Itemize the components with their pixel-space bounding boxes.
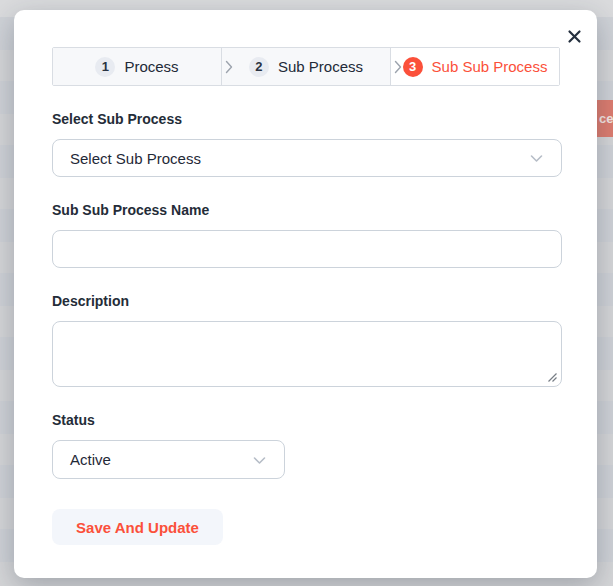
step-number-badge: 2: [249, 57, 269, 77]
sub-process-label: Select Sub Process: [52, 111, 562, 128]
description-label: Description: [52, 293, 562, 310]
sub-process-select[interactable]: Select Sub Process: [52, 139, 562, 177]
close-icon: [567, 29, 582, 44]
step-process[interactable]: 1 Process: [53, 48, 221, 85]
step-number-badge: 3: [403, 57, 423, 77]
background-partial-button: ce: [597, 100, 613, 137]
chevron-right-icon: [394, 60, 402, 74]
step-label: Sub Sub Process: [432, 58, 548, 75]
step-sub-process[interactable]: 2 Sub Process: [221, 48, 390, 85]
wizard-stepper: 1 Process 2 Sub Process 3 Sub Sub Proces…: [52, 47, 560, 86]
description-field: Description: [52, 293, 562, 387]
status-field: Status Active: [52, 412, 562, 479]
sub-process-field: Select Sub Process Select Sub Process: [52, 111, 562, 177]
name-label: Sub Sub Process Name: [52, 202, 562, 219]
step-label: Process: [124, 58, 178, 75]
step-label: Sub Process: [278, 58, 363, 75]
step-number-badge: 1: [95, 57, 115, 77]
description-textarea[interactable]: [52, 321, 562, 387]
sub-process-select-value: Select Sub Process: [70, 150, 201, 167]
resize-handle-icon[interactable]: [546, 371, 557, 382]
step-sub-sub-process[interactable]: 3 Sub Sub Process: [390, 48, 559, 85]
chevron-right-icon: [225, 60, 233, 74]
chevron-down-icon: [528, 150, 545, 167]
chevron-down-icon: [251, 451, 268, 468]
close-button[interactable]: [563, 25, 585, 47]
sub-sub-process-modal: 1 Process 2 Sub Process 3 Sub Sub Proces…: [14, 10, 597, 578]
status-select[interactable]: Active: [52, 440, 285, 479]
status-select-value: Active: [70, 451, 111, 468]
name-field: Sub Sub Process Name: [52, 202, 562, 268]
status-label: Status: [52, 412, 562, 429]
save-and-update-button[interactable]: Save And Update: [52, 509, 223, 545]
name-input[interactable]: [52, 230, 562, 268]
